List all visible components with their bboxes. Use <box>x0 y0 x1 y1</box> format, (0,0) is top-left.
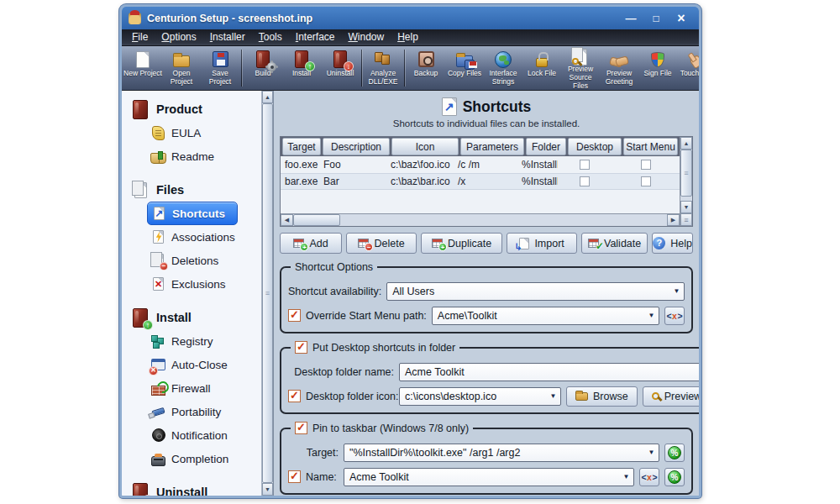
name-label: Name: <box>306 471 339 483</box>
scrollbar-thumb[interactable] <box>293 214 340 226</box>
scroll-left-arrow[interactable]: ◀ <box>281 214 293 226</box>
toolbar-uninstall[interactable]: ↓ Uninstall <box>321 46 360 90</box>
table-vertical-scrollbar[interactable]: ▲ ≡ ▼ ≡ <box>680 137 692 226</box>
auto-close-icon: ✕ <box>150 356 166 374</box>
start-menu-checkbox[interactable]: ✓ <box>641 176 651 186</box>
toolbar-lock-file[interactable]: Lock File <box>522 46 561 90</box>
toolbar-sign-file[interactable]: Sign File <box>638 46 677 90</box>
desktop-folder-group-checkbox[interactable]: ✓ <box>295 341 307 354</box>
toolbar-backup[interactable]: Backup <box>407 46 445 90</box>
column-header-start-menu[interactable]: Start Menu <box>623 138 678 155</box>
add-button[interactable]: + Add <box>280 233 342 254</box>
column-header-parameters[interactable]: Parameters <box>460 138 524 155</box>
column-header-folder[interactable]: Folder <box>526 138 566 155</box>
sidebar-group-install[interactable]: ↑ Install <box>130 306 261 329</box>
insert-variable-button[interactable]: <x> <box>639 468 659 486</box>
toolbar-new-project[interactable]: New Project <box>123 46 162 90</box>
toolbar-copy-files[interactable]: Copy Files <box>445 46 484 90</box>
import-button[interactable]: ↳ Import <box>507 233 577 254</box>
menu-tools[interactable]: Tools <box>252 29 289 45</box>
toolbar-open-project[interactable]: Open Project <box>162 46 201 90</box>
desktop-folder-icon-checkbox[interactable]: ✓ <box>288 390 301 402</box>
menu-window[interactable]: Window <box>341 29 391 45</box>
shortcut-availability-dropdown[interactable]: All Users ▼ <box>386 282 685 301</box>
start-menu-checkbox[interactable]: ✓ <box>641 160 651 170</box>
duplicate-icon: + <box>432 239 443 248</box>
toolbar-preview-source-files[interactable]: Preview Source Files <box>561 46 600 90</box>
taskbar-target-dropdown[interactable]: "%InstallDir%\toolkit.exe" /arg1 /arg2 ▼ <box>344 444 659 462</box>
title-bar[interactable]: Centurion Setup - screenshot.inp — □ × <box>122 7 699 29</box>
sidebar-item-deletions[interactable]: − Deletions <box>150 249 261 272</box>
insert-variable-button[interactable]: <x> <box>664 307 685 325</box>
column-header-target[interactable]: Target <box>282 138 321 155</box>
close-button[interactable]: × <box>670 10 692 26</box>
taskbar-name-dropdown[interactable]: Acme Toolkit ▼ <box>344 468 634 486</box>
scroll-down-arrow[interactable]: ▼ <box>680 201 692 213</box>
desktop-folder-name-dropdown[interactable]: Acme Toolkit ▼ <box>399 363 701 381</box>
sidebar-item-eula[interactable]: EULA <box>150 121 261 144</box>
toolbar-touch-file[interactable]: Touch File <box>677 46 699 90</box>
menu-options[interactable]: Options <box>155 29 202 45</box>
toolbar-preview-greeting[interactable]: Preview Greeting <box>600 46 638 90</box>
scroll-up-arrow[interactable]: ▲ <box>680 137 692 150</box>
sidebar-item-firewall[interactable]: Firewall <box>150 376 261 400</box>
scroll-right-arrow[interactable]: ▶ <box>667 214 680 226</box>
sidebar-item-completion[interactable]: Completion <box>150 447 261 470</box>
menu-help[interactable]: Help <box>391 29 425 45</box>
menu-file[interactable]: File <box>125 29 155 45</box>
taskbar-name-checkbox[interactable]: ✓ <box>288 470 301 483</box>
browse-button[interactable]: Browse <box>566 386 638 407</box>
sidebar-item-notification[interactable]: Notification <box>150 423 261 447</box>
column-header-icon[interactable]: Icon <box>391 138 459 155</box>
sidebar-item-exclusions[interactable]: ✕ Exclusions <box>150 272 261 296</box>
sidebar-item-shortcuts[interactable]: ↗ Shortcuts <box>147 202 238 225</box>
toolbar: New Project Open Project Save Project Bu… <box>122 46 699 91</box>
sidebar-scrollbar[interactable]: ▲ ≡ ▼ <box>261 91 273 496</box>
column-header-desktop[interactable]: Desktop <box>568 138 622 155</box>
desktop-folder-icon-dropdown[interactable]: c:\icons\desktop.ico ▼ <box>399 387 561 406</box>
insert-percent-variable-button[interactable]: % <box>664 444 685 462</box>
maximize-button[interactable]: □ <box>645 10 667 26</box>
sidebar-item-registry[interactable]: Registry <box>150 329 261 353</box>
sidebar-item-auto-close[interactable]: ✕ Auto-Close <box>150 353 261 376</box>
folder-icon <box>575 392 588 401</box>
desktop-checkbox[interactable]: ✓ <box>580 160 590 170</box>
table-row[interactable]: foo.exe Foo c:\baz\foo.ico /c /m %Instal… <box>281 156 680 173</box>
override-start-menu-checkbox[interactable]: ✓ <box>288 309 301 322</box>
desktop-checkbox[interactable]: ✓ <box>580 176 590 186</box>
insert-percent-variable-button[interactable]: % <box>664 468 685 486</box>
preview-button[interactable]: Preview <box>643 386 701 407</box>
menu-interface[interactable]: Interface <box>289 29 342 45</box>
toolbar-analyze[interactable]: Analyze DLL/EXE <box>364 46 402 90</box>
help-button[interactable]: ? Help <box>652 233 693 254</box>
scroll-down-arrow[interactable]: ▼ <box>262 483 273 496</box>
toolbar-install[interactable]: ↑ Install <box>282 46 321 90</box>
scrollbar-thumb[interactable]: ≡ <box>680 150 692 197</box>
sidebar-group-product[interactable]: Product <box>130 97 261 121</box>
pin-to-taskbar-checkbox[interactable]: ✓ <box>295 422 307 434</box>
delete-button[interactable]: − Delete <box>346 233 417 254</box>
validate-button[interactable]: ✓ Validate <box>581 233 648 254</box>
table-horizontal-scrollbar[interactable]: ◀ ▶ <box>281 213 680 226</box>
toolbar-build[interactable]: Build <box>244 46 282 90</box>
sidebar-item-readme[interactable]: Readme <box>150 144 261 168</box>
page-header: ↗ Shortcuts Shortcuts to individual file… <box>280 96 693 129</box>
start-menu-path-dropdown[interactable]: Acme\Toolkit ▼ <box>432 307 659 325</box>
sidebar-group-uninstall[interactable]: ↓ Uninstall <box>130 480 261 496</box>
duplicate-button[interactable]: + Duplicate <box>421 233 502 254</box>
sidebar-item-associations[interactable]: Associations <box>150 225 261 249</box>
toolbar-separator <box>361 50 362 87</box>
toolbar-save-project[interactable]: Save Project <box>201 46 239 90</box>
menu-installer[interactable]: Installer <box>203 29 252 45</box>
scroll-up-arrow[interactable]: ▲ <box>262 91 273 103</box>
scrollbar-corner-grip[interactable]: ≡ <box>680 213 692 226</box>
sidebar-group-files[interactable]: Files <box>130 178 261 202</box>
sidebar-item-portability[interactable]: Portability <box>150 400 261 423</box>
notification-icon <box>150 427 166 444</box>
table-row[interactable]: bar.exe Bar c:\baz\bar.ico /x %InstallD … <box>281 173 680 190</box>
minimize-button[interactable]: — <box>620 10 642 26</box>
column-header-description[interactable]: Description <box>323 138 390 155</box>
uninstall-icon: ↓ <box>329 49 351 70</box>
toolbar-interface-strings[interactable]: Interface Strings <box>484 46 522 90</box>
scrollbar-thumb[interactable]: ≡ <box>262 103 273 483</box>
